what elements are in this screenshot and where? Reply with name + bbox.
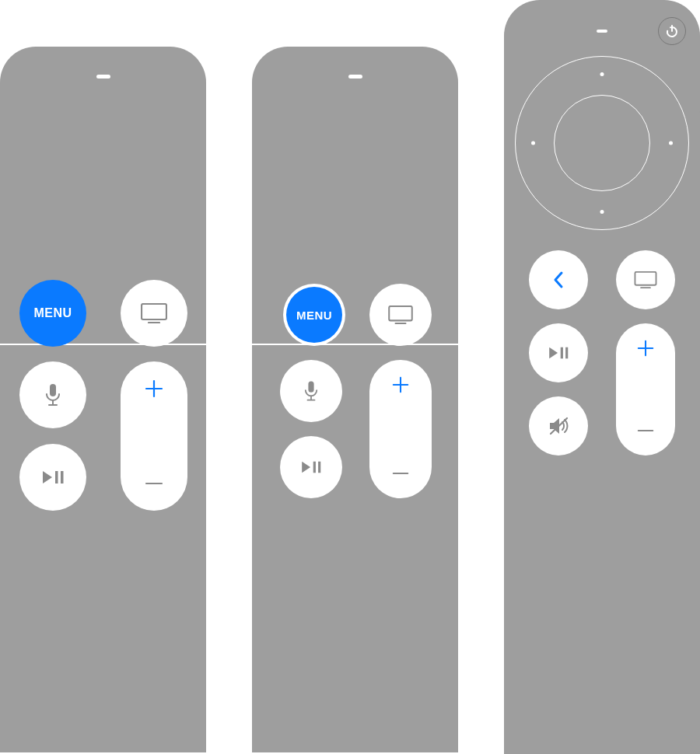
siri-remote-gen1: MENU — [0, 47, 206, 752]
menu-button-label: MENU — [296, 309, 332, 322]
play-pause-icon — [301, 459, 321, 475]
svg-rect-6 — [61, 471, 64, 483]
status-led — [96, 75, 110, 79]
mute-button[interactable] — [529, 396, 588, 456]
clickpad-dot-left — [531, 141, 535, 145]
power-icon — [665, 24, 679, 38]
tv-icon — [388, 305, 413, 324]
status-led — [597, 30, 607, 33]
mic-icon — [304, 380, 318, 402]
svg-rect-10 — [389, 306, 412, 320]
menu-button[interactable]: MENU — [19, 280, 86, 347]
svg-rect-12 — [308, 381, 313, 392]
svg-rect-24 — [561, 347, 563, 359]
siri-remote-gen2 — [504, 0, 700, 754]
tv-button[interactable] — [616, 250, 675, 309]
back-button[interactable] — [529, 250, 588, 309]
volume-down-icon — [391, 464, 410, 483]
volume-rocker[interactable] — [369, 360, 432, 498]
siri-button[interactable] — [19, 361, 86, 428]
touch-surface-divider — [0, 344, 206, 345]
tv-icon — [141, 303, 167, 323]
play-pause-icon — [42, 469, 64, 486]
play-pause-button[interactable] — [529, 323, 588, 382]
touch-surface-divider — [252, 344, 458, 345]
clickpad-dot-right — [669, 141, 673, 145]
svg-rect-5 — [55, 471, 58, 483]
siri-button[interactable] — [280, 360, 342, 422]
svg-rect-0 — [142, 304, 166, 319]
volume-down-icon — [636, 421, 655, 440]
svg-rect-25 — [565, 347, 568, 359]
mic-icon — [45, 383, 61, 407]
menu-button-label: MENU — [33, 306, 72, 320]
svg-rect-15 — [313, 462, 316, 473]
status-led — [348, 75, 362, 79]
volume-up-icon — [144, 379, 164, 399]
svg-rect-16 — [318, 462, 320, 473]
tv-icon — [634, 271, 657, 288]
svg-rect-22 — [635, 272, 656, 285]
volume-up-icon — [391, 375, 410, 394]
chevron-left-icon — [552, 271, 565, 289]
play-pause-icon — [548, 345, 569, 361]
volume-rocker[interactable] — [121, 361, 187, 511]
clickpad-ring[interactable] — [515, 56, 689, 230]
remote-diagram: MENU — [0, 0, 700, 754]
clickpad-dot-up — [600, 72, 604, 76]
volume-rocker[interactable] — [616, 323, 675, 456]
volume-up-icon — [636, 339, 655, 358]
tv-button[interactable] — [369, 284, 432, 346]
siri-remote-gen1b: MENU — [252, 47, 458, 752]
clickpad-center[interactable] — [554, 95, 650, 191]
svg-rect-2 — [50, 384, 56, 396]
volume-down-icon — [144, 473, 164, 494]
clickpad-dot-down — [600, 210, 604, 214]
play-pause-button[interactable] — [19, 444, 86, 511]
menu-button[interactable]: MENU — [286, 287, 342, 343]
power-button[interactable] — [658, 17, 686, 45]
play-pause-button[interactable] — [280, 436, 342, 498]
tv-button[interactable] — [121, 280, 187, 347]
mute-icon — [548, 416, 569, 436]
